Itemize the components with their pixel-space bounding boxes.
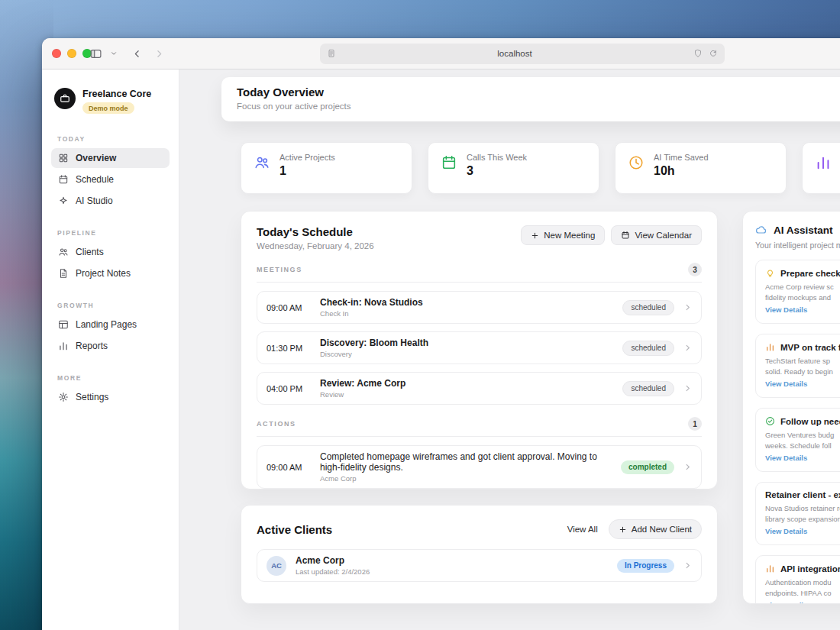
- bar-chart-icon: [815, 154, 832, 183]
- client-name: Acme Corp: [296, 555, 608, 566]
- ai-insight-card: Retainer client - exp Nova Studios retai…: [755, 482, 840, 545]
- nav-section-more: MORE: [57, 374, 163, 382]
- sparkle-icon: [58, 195, 69, 206]
- sidebar-item-ai-studio[interactable]: AI Studio: [51, 191, 170, 211]
- address-bar-actions: [693, 49, 718, 58]
- stat-value: 10h: [654, 164, 709, 178]
- clients-title: Active Clients: [257, 523, 332, 536]
- ai-card-body: library scope expansion: [765, 515, 840, 523]
- action-client: Acme Corp: [320, 474, 612, 483]
- chevron-down-icon[interactable]: [110, 50, 118, 57]
- url-text: localhost: [336, 49, 693, 58]
- sidebar-item-clients[interactable]: Clients: [51, 242, 170, 262]
- ai-assistant-subtitle: Your intelligent project ma: [755, 241, 840, 250]
- view-details-link[interactable]: View Details: [765, 527, 807, 535]
- meeting-title: Discovery: Bloom Health: [320, 338, 613, 348]
- sidebar-item-label: Overview: [76, 153, 116, 163]
- chevron-right-icon: [683, 561, 692, 570]
- view-details-link[interactable]: View Details: [765, 305, 807, 314]
- todays-schedule-card: Today's Schedule Wednesday, February 4, …: [241, 211, 718, 489]
- bar-chart-icon: [58, 341, 69, 351]
- ai-card-body: Acme Corp review sc: [765, 283, 840, 291]
- window-controls: [52, 49, 92, 58]
- plus-icon: [619, 525, 627, 534]
- sidebar-item-label: Schedule: [76, 174, 114, 185]
- ai-card-title: MVP on track for s: [780, 343, 840, 352]
- status-badge: scheduled: [622, 300, 674, 315]
- status-badge: In Progress: [617, 559, 674, 573]
- sidebar-item-overview[interactable]: Overview: [51, 148, 170, 168]
- ai-card-body: Green Ventures budg: [765, 431, 840, 439]
- view-details-link[interactable]: View Details: [765, 380, 807, 388]
- action-row[interactable]: 09:00 AM Completed homepage wireframes a…: [257, 445, 702, 489]
- sidebar-item-reports[interactable]: Reports: [51, 336, 170, 356]
- actions-list: 09:00 AM Completed homepage wireframes a…: [257, 445, 702, 489]
- back-icon[interactable]: [132, 49, 142, 59]
- view-calendar-label: View Calendar: [635, 231, 692, 240]
- view-all-link[interactable]: View All: [567, 525, 598, 534]
- meeting-row[interactable]: 09:00 AM Check-in: Nova Studios Check In…: [257, 291, 702, 324]
- address-bar[interactable]: localhost: [320, 44, 725, 64]
- ai-card-body: fidelity mockups and: [765, 293, 840, 302]
- nav-section-pipeline: PIPELINE: [57, 229, 163, 237]
- stat-card-ai-time-saved: AI Time Saved 10h: [615, 142, 787, 194]
- meetings-list: 09:00 AM Check-in: Nova Studios Check In…: [257, 291, 702, 405]
- ai-insight-card: Follow up needed Green Ventures budg wee…: [755, 408, 840, 472]
- nav-section-growth: GROWTH: [57, 302, 163, 309]
- meeting-type: Check In: [320, 309, 613, 318]
- close-button[interactable]: [52, 49, 61, 58]
- sidebar-item-landing-pages[interactable]: Landing Pages: [51, 315, 170, 334]
- client-updated: Last updated: 2/4/2026: [296, 567, 608, 576]
- ai-card-title: API integration pro: [780, 564, 840, 573]
- new-meeting-button[interactable]: New Meeting: [521, 225, 605, 245]
- app-brand: Freelance Core Demo mode: [51, 88, 170, 114]
- ai-assistant-panel: AI Assistant Your intelligent project ma…: [742, 211, 840, 604]
- ai-card-body: TechStart feature sp: [765, 357, 840, 365]
- plus-icon: [531, 231, 539, 240]
- actions-section-label: ACTIONS: [257, 420, 296, 428]
- minimize-button[interactable]: [67, 49, 76, 58]
- stat-card-calls-this-week: Calls This Week 3: [428, 142, 599, 194]
- reader-icon[interactable]: [327, 49, 336, 58]
- calendar-icon: [621, 231, 630, 240]
- sidebar-item-schedule[interactable]: Schedule: [51, 170, 170, 189]
- forward-icon[interactable]: [154, 49, 164, 59]
- sidebar-item-settings[interactable]: Settings: [51, 387, 170, 407]
- meeting-row[interactable]: 04:00 PM Review: Acme Corp Review schedu…: [257, 372, 702, 405]
- check-circle-icon: [765, 416, 775, 426]
- view-details-link[interactable]: View Details: [765, 601, 807, 604]
- app-sidebar: Freelance Core Demo mode TODAY Overview …: [42, 69, 179, 630]
- view-details-link[interactable]: View Details: [765, 454, 807, 462]
- ai-card-title: Prepare checkout: [780, 269, 840, 278]
- meeting-row[interactable]: 01:30 PM Discovery: Bloom Health Discove…: [257, 331, 702, 364]
- ai-insight-card: API integration pro Authentication modu …: [755, 555, 840, 604]
- status-badge: completed: [621, 460, 674, 474]
- lightbulb-icon: [765, 268, 775, 278]
- bar-chart-icon: [765, 342, 775, 352]
- ai-card-title: Follow up needed: [780, 417, 840, 426]
- add-new-client-button[interactable]: Add New Client: [609, 519, 702, 539]
- status-badge: scheduled: [622, 341, 674, 356]
- gear-icon: [58, 392, 69, 402]
- clock-icon: [628, 154, 645, 183]
- stat-label: Calls This Week: [467, 153, 527, 162]
- new-meeting-label: New Meeting: [544, 231, 595, 240]
- stat-card-active-projects: Active Projects 1: [241, 142, 412, 194]
- reload-icon[interactable]: [709, 49, 718, 58]
- sidebar-toggle-icon[interactable]: [89, 47, 102, 60]
- users-icon: [254, 154, 270, 183]
- nav-buttons: [132, 49, 164, 59]
- cloud-ai-icon: [755, 224, 767, 236]
- action-title: Completed homepage wireframes and got cl…: [320, 451, 612, 473]
- stats-row: Active Projects 1 Calls This Week 3 AI T…: [241, 142, 840, 194]
- sidebar-item-label: Project Notes: [76, 268, 131, 279]
- sidebar-item-label: AI Studio: [76, 195, 113, 206]
- client-row[interactable]: AC Acme Corp Last updated: 2/4/2026 In P…: [257, 549, 702, 582]
- privacy-shield-icon[interactable]: [693, 49, 703, 58]
- sidebar-item-project-notes[interactable]: Project Notes: [51, 263, 170, 283]
- nav-section-today: TODAY: [57, 135, 163, 143]
- calendar-icon: [58, 174, 69, 185]
- app-name: Freelance Core: [82, 89, 151, 99]
- bar-chart-icon: [765, 564, 775, 573]
- view-calendar-button[interactable]: View Calendar: [611, 225, 702, 245]
